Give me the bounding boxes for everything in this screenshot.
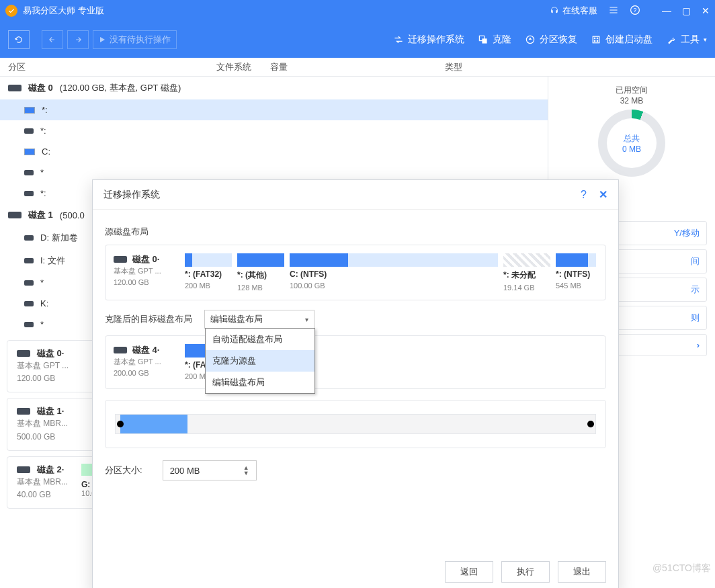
partition-block[interactable]: *: (NTFS)545 MB <box>556 253 596 292</box>
svg-rect-8 <box>594 40 595 42</box>
partition-icon <box>24 149 35 155</box>
disk-icon <box>17 408 30 415</box>
col-fs: 文件系统 <box>216 61 270 73</box>
undo-icon <box>48 35 57 44</box>
tb-migrate-os[interactable]: 迁移操作系统 <box>393 34 464 46</box>
spinner-icon[interactable]: ▲▼ <box>243 465 249 476</box>
disk-icon <box>114 256 127 263</box>
disk-0-row[interactable]: 磁盘 0 (120.00 GB, 基本盘, GPT 磁盘) <box>0 77 548 99</box>
main-toolbar: 没有待执行操作 迁移操作系统 克隆 分区恢复 创建启动盘 工具 ▾ <box>0 22 715 58</box>
col-partition: 分区 <box>8 61 216 73</box>
partition-block[interactable]: C: (NTFS)100.00 GB <box>290 253 498 292</box>
dropdown-option[interactable]: 自动适配磁盘布局 <box>206 329 314 350</box>
partition-block[interactable]: *: 未分配19.14 GB <box>503 253 550 292</box>
svg-rect-7 <box>597 38 598 39</box>
tb-tools[interactable]: 工具 ▾ <box>666 34 707 46</box>
svg-rect-9 <box>597 40 598 42</box>
redo-button[interactable] <box>67 30 89 49</box>
exit-button[interactable]: 退出 <box>558 561 606 583</box>
tb-recover[interactable]: 分区恢复 <box>525 34 577 46</box>
column-header: 分区 文件系统 容量 类型 <box>0 58 715 77</box>
dropdown-option[interactable]: 编辑磁盘布局 <box>206 372 314 393</box>
tb-bootdisk[interactable]: 创建启动盘 <box>591 34 653 46</box>
partition-row[interactable]: *: <box>0 120 548 141</box>
refresh-icon <box>14 35 24 44</box>
tb-clone[interactable]: 克隆 <box>478 34 511 46</box>
slider-handle-left[interactable] <box>117 421 124 427</box>
help-icon[interactable]: ? <box>630 5 640 17</box>
slider-handle-right[interactable] <box>587 421 594 427</box>
title-bar: 易我分区大师 专业版 在线客服 ? — ▢ ✕ <box>0 0 715 22</box>
refresh-button[interactable] <box>8 30 30 49</box>
partition-block[interactable]: *: (FAT32)200 MB <box>185 253 232 292</box>
close-button[interactable]: ✕ <box>702 5 710 16</box>
menu-icon[interactable] <box>608 5 619 17</box>
maximize-button[interactable]: ▢ <box>682 5 691 16</box>
partition-icon <box>24 107 35 114</box>
support-link[interactable]: 在线客服 <box>549 5 597 17</box>
partition-icon <box>24 322 34 327</box>
layout-mode-select[interactable]: 编辑磁盘布局 ▾ 自动适配磁盘布局 克隆为源盘 编辑磁盘布局 <box>204 310 314 329</box>
partition-size-input[interactable]: 200 MB ▲▼ <box>163 460 257 480</box>
partition-icon <box>24 235 34 241</box>
chevron-down-icon: ▾ <box>305 316 308 323</box>
dialog-help-icon[interactable]: ? <box>581 189 587 201</box>
source-layout-label: 源磁盘布局 <box>105 226 606 238</box>
source-disk-layout: 磁盘 0· 基本盘 GPT ... 120.00 GB *: (FAT32)20… <box>105 245 606 300</box>
disk-icon <box>8 212 22 218</box>
partition-icon <box>24 128 34 134</box>
disk-icon <box>8 85 22 91</box>
partition-row[interactable]: C: <box>0 141 548 162</box>
svg-rect-3 <box>482 38 487 43</box>
partition-block[interactable]: *: (其他)128 MB <box>237 253 284 292</box>
disk-icon <box>17 350 30 357</box>
partition-slider <box>105 400 606 448</box>
target-layout-label: 克隆后的目标磁盘布局 <box>105 313 192 325</box>
migrate-os-dialog: 迁移操作系统 ? ✕ 源磁盘布局 磁盘 0· 基本盘 GPT ... 120.0… <box>92 179 619 588</box>
watermark: @51CTO博客 <box>653 562 711 575</box>
usage-ring: 总共0 MB <box>598 110 665 177</box>
dialog-title: 迁移操作系统 <box>103 189 581 201</box>
partition-icon <box>24 301 34 306</box>
svg-rect-5 <box>593 36 599 43</box>
dialog-close-icon[interactable]: ✕ <box>599 188 607 201</box>
execute-button[interactable]: 执行 <box>501 561 550 583</box>
migrate-icon <box>393 34 404 45</box>
svg-text:?: ? <box>634 7 637 13</box>
bootdisk-icon <box>591 34 601 45</box>
app-title: 易我分区大师 专业版 <box>23 5 549 17</box>
app-logo-icon <box>5 5 17 17</box>
disk-icon <box>17 466 30 473</box>
partition-icon <box>24 258 34 263</box>
layout-mode-dropdown: 自动适配磁盘布局 克隆为源盘 编辑磁盘布局 <box>205 328 315 394</box>
headset-icon <box>549 5 560 16</box>
partition-size-label: 分区大小: <box>105 464 142 476</box>
target-disk-layout: 磁盘 4· 基本盘 GPT ... 200.00 GB *: (FAT32200… <box>105 335 606 389</box>
back-button[interactable]: 返回 <box>445 561 493 583</box>
redo-icon <box>73 35 83 44</box>
partition-icon <box>24 170 34 175</box>
play-icon <box>99 36 106 43</box>
wrench-icon <box>666 34 677 45</box>
partition-icon <box>24 191 34 196</box>
dropdown-option[interactable]: 克隆为源盘 <box>206 350 314 372</box>
col-capacity: 容量 <box>270 61 445 73</box>
col-type: 类型 <box>445 61 462 73</box>
partition-icon <box>24 280 34 286</box>
slider-track[interactable] <box>115 414 596 434</box>
disk-icon <box>114 347 127 353</box>
partition-row[interactable]: *: <box>0 99 548 120</box>
undo-button[interactable] <box>42 30 63 49</box>
minimize-button[interactable]: — <box>662 5 671 16</box>
recover-icon <box>525 34 536 45</box>
pending-ops-button[interactable]: 没有待执行操作 <box>93 30 177 49</box>
svg-rect-6 <box>594 38 595 39</box>
clone-icon <box>478 34 489 45</box>
